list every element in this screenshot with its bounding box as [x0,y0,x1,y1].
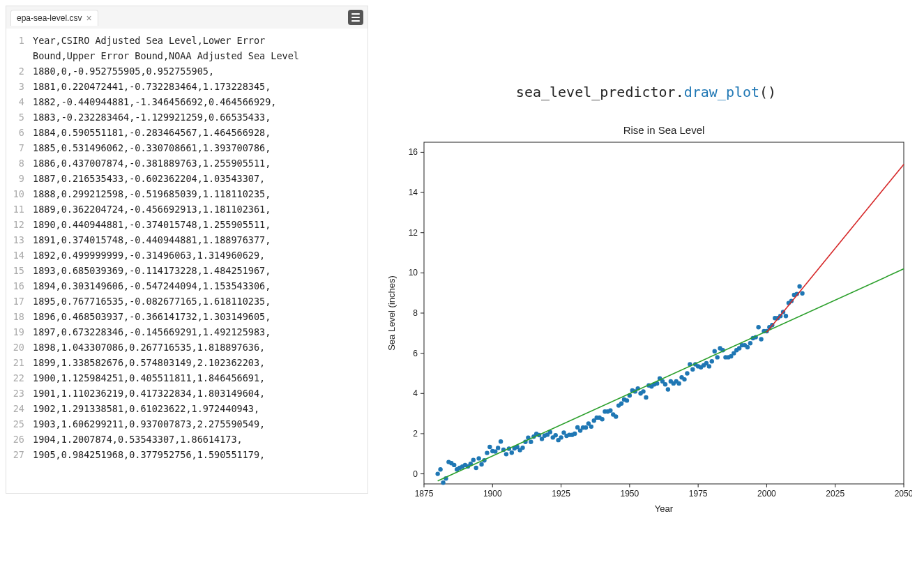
svg-point-36 [438,467,442,471]
call-paren: () [759,84,776,100]
svg-point-149 [748,341,752,345]
svg-point-126 [685,371,689,375]
fit-line-fit_2000 [766,165,904,333]
svg-point-123 [676,381,681,386]
svg-point-111 [644,395,648,400]
svg-rect-0 [424,142,904,484]
svg-point-89 [584,425,588,430]
svg-text:6: 6 [413,349,418,358]
svg-point-66 [520,446,524,450]
svg-point-152 [756,325,760,329]
svg-point-104 [625,398,629,402]
svg-point-78 [554,433,558,437]
chart: Rise in Sea Level18751900192519501975200… [382,121,912,519]
svg-point-49 [474,466,478,470]
svg-point-136 [713,349,717,354]
svg-text:1900: 1900 [483,489,502,499]
svg-text:0: 0 [413,469,418,479]
svg-point-95 [600,417,604,421]
x-axis-label: Year [655,503,674,514]
svg-point-110 [641,389,645,393]
svg-text:2025: 2025 [826,489,845,499]
svg-point-128 [690,367,695,372]
svg-point-54 [487,445,492,449]
svg-point-125 [682,377,686,381]
svg-text:14: 14 [409,188,418,197]
tab-bar: epa-sea-level.csv × [6,6,368,29]
svg-point-135 [710,359,714,363]
svg-point-41 [452,463,456,467]
svg-text:12: 12 [409,228,418,238]
svg-point-56 [493,449,497,453]
svg-point-50 [476,456,480,460]
method-name: draw_plot [684,84,759,100]
y-axis-label: Sea Level (inches) [386,275,397,351]
svg-point-167 [797,284,801,288]
line-gutter: 1234567891011121314151617181920212223242… [6,29,30,493]
svg-point-91 [589,425,593,429]
code-cell: sea_level_predictor.draw_plot() [375,84,917,100]
svg-text:1975: 1975 [689,489,708,499]
svg-point-80 [559,435,563,439]
svg-point-51 [479,462,483,466]
svg-point-119 [666,387,670,391]
svg-point-57 [496,446,500,450]
svg-point-48 [471,458,476,462]
svg-point-62 [510,450,514,455]
svg-point-137 [715,355,719,359]
svg-point-100 [614,414,618,418]
file-tab-label: epa-sea-level.csv [17,13,82,23]
svg-point-102 [619,402,623,406]
file-tab[interactable]: epa-sea-level.csv × [10,10,98,26]
svg-point-60 [504,452,508,456]
svg-point-98 [608,409,612,413]
svg-text:8: 8 [413,308,418,318]
svg-point-134 [707,364,711,368]
svg-point-153 [759,337,763,341]
svg-text:10: 10 [409,268,418,278]
output-panel: sea_level_predictor.draw_plot() Rise in … [368,0,924,585]
svg-text:16: 16 [409,147,418,157]
chart-svg: Rise in Sea Level18751900192519501975200… [382,121,912,519]
svg-text:2: 2 [413,429,418,439]
module-name: sea_level_predictor [516,84,676,100]
close-icon[interactable]: × [86,13,91,23]
svg-point-85 [573,432,577,436]
svg-text:1875: 1875 [415,489,434,499]
csv-content[interactable]: 1234567891011121314151617181920212223242… [6,29,368,493]
svg-point-168 [800,291,804,296]
fit-line-fit_all [438,269,904,481]
svg-point-58 [499,439,503,443]
svg-text:4: 4 [413,388,418,398]
svg-text:1925: 1925 [552,489,570,499]
code-lines: Year,CSIRO Adjusted Sea Level,Lower Erro… [30,29,335,493]
svg-point-148 [745,345,750,349]
svg-text:1950: 1950 [621,489,639,499]
svg-point-69 [529,440,533,444]
svg-point-53 [485,450,489,455]
chart-title: Rise in Sea Level [623,124,705,136]
svg-text:2000: 2000 [757,489,776,499]
menu-icon[interactable] [348,10,363,25]
svg-point-162 [784,314,788,318]
svg-point-118 [663,382,667,386]
svg-point-37 [441,480,445,485]
svg-point-35 [435,471,439,476]
svg-text:2050: 2050 [895,489,912,499]
file-editor-panel: epa-sea-level.csv × 12345678910111213141… [6,6,368,494]
